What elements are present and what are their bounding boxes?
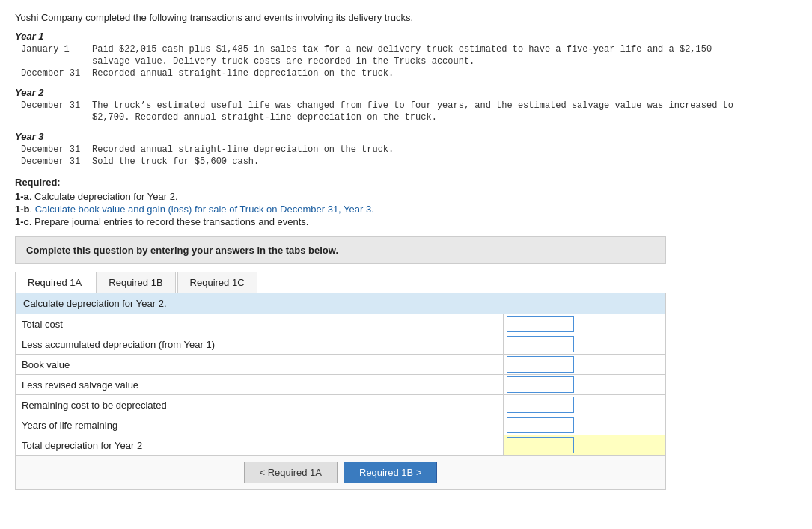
req-id-1b: 1-b <box>15 204 30 215</box>
table-row: Less revised salvage value <box>16 375 665 395</box>
date-cell: December 31 <box>18 156 89 168</box>
year1-section: Year 1 January 1 Paid $22,015 cash plus … <box>15 31 797 79</box>
table-row: December 31 The truck’s estimated useful… <box>18 100 736 111</box>
tab-content-header: Calculate depreciation for Year 2. <box>16 293 665 314</box>
intro-text: Yoshi Company completed the following tr… <box>15 12 797 23</box>
table-row: Less accumulated depreciation (from Year… <box>16 334 665 355</box>
input-total-cost-cell <box>503 314 665 334</box>
req-text-1b: Calculate book value and gain (loss) for… <box>35 204 374 215</box>
year1-transactions: January 1 Paid $22,015 cash plus $1,485 … <box>18 43 715 79</box>
label-total-depr-year2: Total depreciation for Year 2 <box>16 435 503 456</box>
date-cell: December 31 <box>18 67 89 79</box>
tab-required-1c[interactable]: Required 1C <box>177 272 257 293</box>
date-cell: December 31 <box>18 100 89 111</box>
less-accum-input[interactable] <box>507 336 574 352</box>
table-row: Total cost <box>16 314 665 334</box>
req-separator: . <box>29 216 34 227</box>
date-cell <box>18 111 89 123</box>
input-less-accum-cell <box>503 334 665 355</box>
next-button[interactable]: Required 1B > <box>344 462 437 483</box>
table-row: $2,700. Recorded annual straight-line de… <box>18 111 736 123</box>
total-depr-year2-input[interactable] <box>507 437 574 453</box>
req-separator: . <box>30 204 35 215</box>
date-cell <box>18 55 89 67</box>
list-item: 1-b. Calculate book value and gain (loss… <box>15 204 797 215</box>
table-row: December 31 Sold the truck for $5,600 ca… <box>18 156 397 168</box>
bottom-nav: < Required 1A Required 1B > <box>16 455 665 489</box>
table-row: Remaining cost to be depreciated <box>16 395 665 415</box>
year3-heading: Year 3 <box>15 131 797 142</box>
required-list: 1-a. Calculate depreciation for Year 2. … <box>15 191 797 227</box>
desc-cell: Paid $22,015 cash plus $1,485 in sales t… <box>89 43 715 55</box>
table-row: Years of life remaining <box>16 415 665 435</box>
year2-heading: Year 2 <box>15 87 797 98</box>
date-cell: December 31 <box>18 144 89 156</box>
desc-cell: Recorded annual straight-line depreciati… <box>89 144 397 156</box>
desc-cell: salvage value. Delivery truck costs are … <box>89 55 715 67</box>
desc-cell: $2,700. Recorded annual straight-line de… <box>89 111 736 123</box>
input-less-revised-cell <box>503 375 665 395</box>
req-separator: . <box>29 191 34 202</box>
book-value-input[interactable] <box>507 356 574 373</box>
tab-required-1a[interactable]: Required 1A <box>15 272 94 293</box>
desc-cell: Recorded annual straight-line depreciati… <box>89 67 715 79</box>
label-less-accum-depr: Less accumulated depreciation (from Year… <box>16 334 503 355</box>
tab-required-1b[interactable]: Required 1B <box>96 272 175 293</box>
label-less-revised: Less revised salvage value <box>16 375 503 395</box>
year2-transactions: December 31 The truck’s estimated useful… <box>18 100 736 123</box>
year3-transactions: December 31 Recorded annual straight-lin… <box>18 144 397 168</box>
req-id-1c: 1-c <box>15 216 29 227</box>
prev-button[interactable]: < Required 1A <box>244 462 338 483</box>
tabs-row: Required 1A Required 1B Required 1C <box>15 272 666 293</box>
list-item: 1-a. Calculate depreciation for Year 2. <box>15 191 797 202</box>
year2-section: Year 2 December 31 The truck’s estimated… <box>15 87 797 123</box>
input-years-remaining-cell <box>503 415 665 435</box>
less-revised-input[interactable] <box>507 376 574 393</box>
input-total-depr-year2-cell <box>503 435 665 456</box>
remaining-cost-input[interactable] <box>507 397 574 413</box>
tab-content-1a: Calculate depreciation for Year 2. Total… <box>15 293 666 490</box>
desc-cell: The truck’s estimated useful life was ch… <box>89 100 736 111</box>
req-id-1a: 1-a <box>15 191 29 202</box>
total-cost-input[interactable] <box>507 316 574 332</box>
list-item: 1-c. Prepare journal entries to record t… <box>15 216 797 227</box>
table-row: Book value <box>16 355 665 375</box>
input-remaining-cost-cell <box>503 395 665 415</box>
required-heading: Required: <box>15 177 797 188</box>
table-row: Total depreciation for Year 2 <box>16 435 665 456</box>
calc-table: Total cost Less accumulated depreciation… <box>16 314 665 455</box>
required-section: Required: 1-a. Calculate depreciation fo… <box>15 177 797 227</box>
table-row: salvage value. Delivery truck costs are … <box>18 55 715 67</box>
label-book-value: Book value <box>16 355 503 375</box>
label-years-remaining: Years of life remaining <box>16 415 503 435</box>
label-total-cost: Total cost <box>16 314 503 334</box>
table-row: December 31 Recorded annual straight-lin… <box>18 67 715 79</box>
desc-cell: Sold the truck for $5,600 cash. <box>89 156 397 168</box>
table-row: January 1 Paid $22,015 cash plus $1,485 … <box>18 43 715 55</box>
instruction-box: Complete this question by entering your … <box>15 236 666 264</box>
label-remaining-cost: Remaining cost to be depreciated <box>16 395 503 415</box>
req-text-1a: Calculate depreciation for Year 2. <box>34 191 178 202</box>
year3-section: Year 3 December 31 Recorded annual strai… <box>15 131 797 168</box>
table-row: December 31 Recorded annual straight-lin… <box>18 144 397 156</box>
req-text-1c: Prepare journal entries to record these … <box>34 216 308 227</box>
input-book-value-cell <box>503 355 665 375</box>
date-cell: January 1 <box>18 43 89 55</box>
years-remaining-input[interactable] <box>507 417 574 433</box>
year1-heading: Year 1 <box>15 31 797 42</box>
tabs-container: Required 1A Required 1B Required 1C Calc… <box>15 272 666 490</box>
